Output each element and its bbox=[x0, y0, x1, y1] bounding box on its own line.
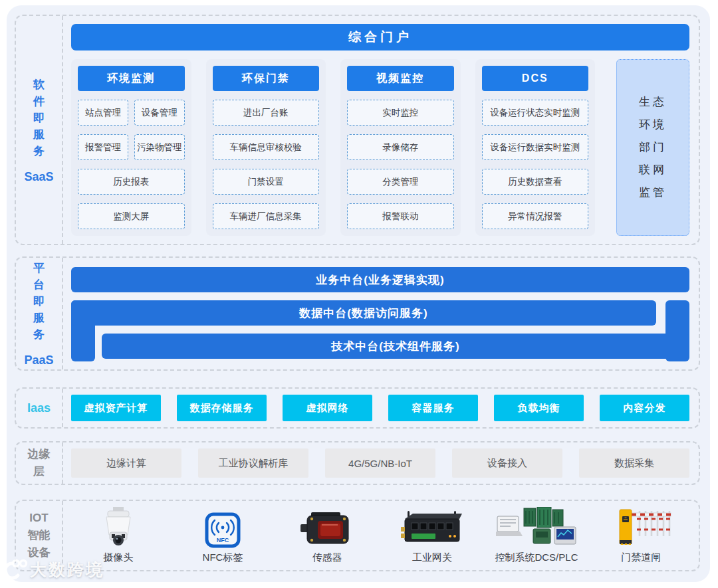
saas-content: 综合门户 环境监测 站点管理 设备管理 报警管理 污染物管理 bbox=[63, 16, 699, 244]
saas-item: 报警联动 bbox=[347, 203, 454, 229]
edge-item: 工业协议解析库 bbox=[198, 448, 308, 478]
saas-item: 监测大屏 bbox=[78, 203, 185, 229]
edge-section: 边缘 层 边缘计算 工业协议解析库 4G/5G/NB-IoT 设备接入 数据采集 bbox=[15, 441, 700, 485]
plc-icon bbox=[496, 504, 577, 548]
saas-section-label: 软 件 即 服 务 SaaS bbox=[16, 16, 63, 244]
edge-label: 边缘 层 bbox=[28, 446, 51, 480]
iot-section: IOT 智能 设备 摄像头 bbox=[15, 500, 700, 571]
iaas-item: 负载均衡 bbox=[494, 395, 584, 421]
device-nfc-tag: NFC NFC标签 bbox=[170, 504, 275, 567]
device-name: 摄像头 bbox=[103, 551, 133, 564]
saas-item: 站点管理 bbox=[78, 100, 128, 126]
saas-item: 历史数据查看 bbox=[482, 169, 589, 195]
iaas-label: Iaas bbox=[27, 401, 51, 415]
column-env-monitoring: 环境监测 站点管理 设备管理 报警管理 污染物管理 历史报表 bbox=[71, 59, 191, 236]
iot-label: IOT 智能 设备 bbox=[28, 510, 51, 561]
iaas-section-label: Iaas bbox=[16, 389, 63, 427]
saas-label-cn: 软 件 即 服 务 bbox=[33, 76, 45, 159]
saas-item: 设备运行数据实时监测 bbox=[482, 134, 589, 160]
column-header: DCS bbox=[482, 66, 589, 91]
device-camera: 摄像头 bbox=[66, 504, 170, 567]
saas-item: 录像储存 bbox=[347, 134, 454, 160]
edge-item: 4G/5G/NB-IoT bbox=[325, 448, 435, 478]
paas-label-en: PaaS bbox=[24, 353, 53, 367]
barrier-gate-icon bbox=[609, 504, 673, 548]
nfc-icon-text: NFC bbox=[217, 537, 229, 543]
device-name: 传感器 bbox=[312, 551, 342, 564]
column-dcs: DCS 设备运行状态实时监测 设备运行数据实时监测 历史数据查看 异常情况报警 bbox=[475, 59, 596, 236]
architecture-panel: 软 件 即 服 务 SaaS 综合门户 环境监测 站点管理 设备管理 报警管理 … bbox=[7, 5, 710, 582]
device-name: 门禁道闸 bbox=[621, 551, 661, 564]
sensor-icon bbox=[300, 504, 354, 548]
device-name: 控制系统DCS/PLC bbox=[495, 551, 578, 564]
iot-section-label: IOT 智能 设备 bbox=[16, 501, 63, 570]
column-header: 视频监控 bbox=[347, 66, 454, 91]
device-barrier-gate: 门禁道闸 bbox=[589, 504, 693, 567]
device-name: 工业网关 bbox=[412, 551, 452, 564]
edge-item: 边缘计算 bbox=[71, 448, 181, 478]
saas-item: 分类管理 bbox=[347, 169, 454, 195]
paas-label-cn: 平 台 即 服 务 bbox=[33, 260, 45, 343]
saas-item: 污染物管理 bbox=[134, 134, 185, 160]
column-access-control: 环保门禁 进出厂台账 车辆信息审核校验 门禁设置 车辆进厂信息采集 bbox=[206, 59, 326, 236]
iaas-item: 虚拟资产计算 bbox=[71, 395, 161, 421]
saas-item: 进出厂台账 bbox=[213, 100, 320, 126]
eco-env-regulator-text: 生态 环境 部门 联网 监管 bbox=[639, 91, 667, 204]
gateway-icon bbox=[401, 504, 463, 548]
device-name: NFC标签 bbox=[203, 551, 243, 564]
portal-header: 综合门户 bbox=[71, 24, 689, 50]
device-gateway: 工业网关 bbox=[380, 504, 484, 567]
saas-item: 历史报表 bbox=[78, 169, 185, 195]
iaas-item: 容器服务 bbox=[388, 395, 478, 421]
saas-columns: 环境监测 站点管理 设备管理 报警管理 污染物管理 历史报表 bbox=[71, 59, 689, 236]
nfc-icon: NFC bbox=[205, 504, 241, 548]
data-middle-platform-bar: 数据中台(数据访问服务) bbox=[71, 300, 656, 326]
saas-label-en: SaaS bbox=[24, 170, 53, 184]
column-header: 环保门禁 bbox=[213, 66, 320, 91]
paas-bars: 业务中台(业务逻辑实现) 数据中台(数据访问服务) 技术中台(技术组件服务) bbox=[71, 258, 689, 369]
tech-middle-platform-bar: 技术中台(技术组件服务) bbox=[102, 334, 689, 359]
saas-item: 车辆信息审核校验 bbox=[213, 134, 320, 160]
edge-item: 设备接入 bbox=[452, 448, 562, 478]
column-video-surveillance: 视频监控 实时监控 录像储存 分类管理 报警联动 bbox=[340, 59, 461, 236]
paas-section: 平 台 即 服 务 PaaS 业务中台(业务逻辑实现) 数据中台(数据访问服务)… bbox=[15, 256, 700, 371]
saas-section: 软 件 即 服 务 SaaS 综合门户 环境监测 站点管理 设备管理 报警管理 … bbox=[15, 15, 700, 245]
camera-icon bbox=[101, 504, 136, 548]
saas-item: 门禁设置 bbox=[213, 169, 320, 195]
paas-section-label: 平 台 即 服 务 PaaS bbox=[16, 258, 63, 369]
saas-item: 车辆进厂信息采集 bbox=[213, 203, 320, 229]
iaas-item: 数据存储服务 bbox=[177, 395, 267, 421]
edge-section-label: 边缘 层 bbox=[16, 442, 63, 484]
device-sensor: 传感器 bbox=[275, 504, 380, 567]
saas-item: 异常情况报警 bbox=[482, 203, 589, 229]
business-middle-platform-bar: 业务中台(业务逻辑实现) bbox=[71, 267, 689, 292]
edge-item: 数据采集 bbox=[579, 448, 689, 478]
saas-item: 报警管理 bbox=[78, 134, 128, 160]
column-header: 环境监测 bbox=[78, 66, 185, 91]
iaas-item: 虚拟网络 bbox=[283, 395, 372, 421]
eco-env-regulator-box: 生态 环境 部门 联网 监管 bbox=[616, 59, 689, 236]
iaas-section: Iaas 虚拟资产计算 数据存储服务 虚拟网络 容器服务 负载均衡 内容分发 bbox=[15, 387, 700, 429]
iaas-item: 内容分发 bbox=[600, 395, 689, 421]
saas-item: 实时监控 bbox=[347, 100, 454, 126]
saas-item: 设备运行状态实时监测 bbox=[482, 100, 589, 126]
saas-item: 设备管理 bbox=[134, 100, 185, 126]
device-plc: 控制系统DCS/PLC bbox=[484, 504, 588, 567]
